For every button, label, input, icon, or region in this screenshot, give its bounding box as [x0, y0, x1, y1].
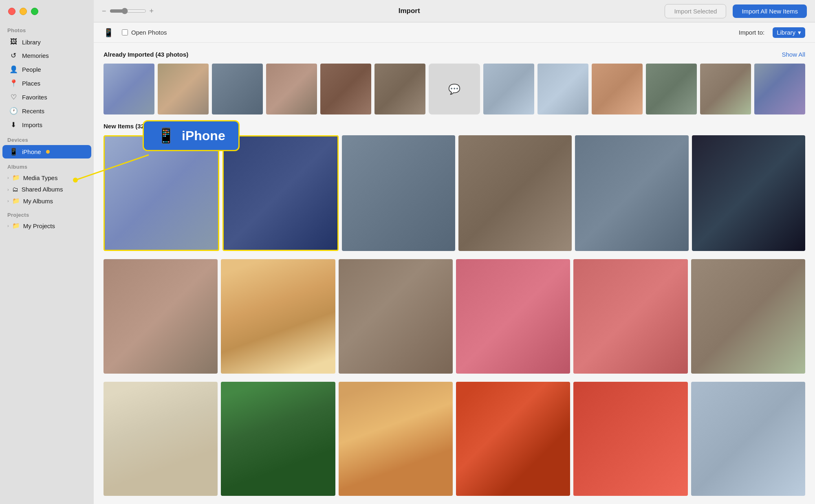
albums-section-label: Albums [0, 159, 94, 172]
main-content: − + Import Import Selected Import All Ne… [94, 0, 815, 504]
sidebar-label-my-projects: My Projects [23, 222, 55, 229]
sidebar-item-memories[interactable]: ↺ Memories [2, 49, 91, 62]
message-icon: 💬 [448, 84, 460, 95]
subtoolbar: 📱 Open Photos Import to: Library ▾ [94, 22, 815, 43]
sidebar-label-shared-albums: Shared Albums [22, 186, 63, 193]
favorites-icon: ♡ [9, 93, 18, 101]
show-all-link[interactable]: Show All [782, 51, 805, 58]
photo-scroll-area[interactable]: Already Imported (43 photos) Show All 💬 … [94, 43, 815, 504]
sidebar-label-people: People [22, 66, 41, 73]
close-button[interactable] [8, 8, 15, 15]
zoom-in-button[interactable]: + [150, 7, 154, 15]
iphone-icon: 📱 [9, 147, 18, 156]
sidebar-item-my-albums[interactable]: › 📁 My Albums [2, 195, 91, 207]
open-photos-label: Open Photos [131, 29, 167, 36]
new-photo-thumb[interactable] [458, 135, 572, 251]
sidebar-item-shared-albums[interactable]: › 🗂 Shared Albums [2, 184, 91, 195]
import-all-button[interactable]: Import All New Items [733, 4, 807, 18]
new-photo-thumb[interactable] [104, 259, 218, 373]
photo-thumb[interactable] [266, 64, 317, 114]
new-photo-thumb[interactable] [339, 259, 453, 373]
new-items-title: New Items (326 items) [104, 123, 167, 130]
sidebar-item-iphone[interactable]: 📱 iPhone [2, 145, 91, 158]
new-photo-thumb[interactable] [104, 382, 218, 496]
chevron-icon-4: › [7, 223, 9, 228]
new-items-header: New Items (326 items) [104, 123, 805, 130]
iphone-dot [46, 150, 50, 154]
photo-thumb[interactable] [646, 64, 697, 114]
my-projects-icon: 📁 [12, 222, 20, 229]
import-to-dropdown[interactable]: Library ▾ [773, 27, 805, 38]
zoom-slider[interactable] [110, 8, 146, 14]
already-imported-row: 💬 [104, 64, 805, 114]
chevron-icon: › [7, 175, 9, 180]
sidebar-label-library: Library [22, 39, 41, 46]
new-photo-thumb[interactable] [104, 135, 219, 251]
sidebar-label-iphone: iPhone [22, 148, 41, 155]
new-items-row-3 [104, 382, 805, 496]
sidebar-item-library[interactable]: 🖼 Library [2, 35, 91, 48]
import-to-label: Import to: [739, 29, 764, 36]
device-icon: 📱 [104, 28, 114, 37]
photo-thumb-placeholder[interactable]: 💬 [429, 64, 480, 114]
sidebar-label-media-types: Media Types [23, 174, 58, 181]
new-photo-thumb[interactable] [691, 382, 805, 496]
sidebar-label-favorites: Favorites [22, 94, 47, 101]
sidebar-item-recents[interactable]: 🕐 Recents [2, 104, 91, 118]
titlebar [0, 0, 94, 22]
sidebar-item-media-types[interactable]: › 📁 Media Types [2, 172, 91, 183]
sidebar-label-places: Places [22, 80, 40, 87]
minimize-button[interactable] [20, 8, 27, 15]
new-photo-thumb[interactable] [339, 382, 453, 496]
new-photo-thumb[interactable] [456, 259, 570, 373]
new-photo-thumb[interactable] [342, 135, 455, 251]
open-photos-control: Open Photos [122, 29, 167, 36]
photo-thumb[interactable] [320, 64, 371, 114]
zoom-controls: − + [102, 7, 154, 15]
new-photo-thumb[interactable] [691, 259, 805, 373]
new-photo-thumb[interactable] [221, 259, 335, 373]
sidebar-label-imports: Imports [22, 121, 42, 128]
imports-icon: ⬇ [9, 121, 18, 129]
already-imported-title: Already Imported (43 photos) [104, 51, 188, 58]
new-items-row-2 [104, 259, 805, 373]
photos-section-label: Photos [0, 22, 94, 35]
photo-thumb[interactable] [374, 64, 425, 114]
new-photo-thumb[interactable] [221, 382, 335, 496]
fullscreen-button[interactable] [31, 8, 38, 15]
people-icon: 👤 [9, 65, 18, 74]
new-photo-thumb[interactable] [573, 259, 687, 373]
sidebar-item-imports[interactable]: ⬇ Imports [2, 118, 91, 132]
photo-thumb[interactable] [700, 64, 751, 114]
sidebar-label-recents: Recents [22, 108, 44, 114]
topbar: − + Import Import Selected Import All Ne… [94, 0, 815, 22]
topbar-title: Import [160, 7, 658, 15]
photo-thumb[interactable] [104, 64, 154, 114]
photo-thumb[interactable] [483, 64, 534, 114]
new-photo-thumb[interactable] [692, 135, 805, 251]
photo-thumb[interactable] [537, 64, 588, 114]
photo-thumb[interactable] [212, 64, 263, 114]
media-types-icon: 📁 [12, 174, 20, 181]
places-icon: 📍 [9, 79, 18, 88]
recents-icon: 🕐 [9, 107, 18, 115]
import-selected-button[interactable]: Import Selected [665, 4, 726, 18]
new-photo-thumb[interactable] [456, 382, 570, 496]
photo-thumb[interactable] [592, 64, 643, 114]
zoom-out-button[interactable]: − [102, 7, 106, 15]
sidebar-item-favorites[interactable]: ♡ Favorites [2, 90, 91, 104]
chevron-icon-3: › [7, 198, 9, 203]
new-items-row-1 [104, 135, 805, 251]
new-photo-thumb[interactable] [575, 135, 688, 251]
chevron-icon-2: › [7, 187, 9, 192]
sidebar-item-my-projects[interactable]: › 📁 My Projects [2, 220, 91, 231]
new-photo-thumb[interactable] [573, 382, 687, 496]
open-photos-checkbox[interactable] [122, 29, 128, 35]
sidebar-item-places[interactable]: 📍 Places [2, 77, 91, 90]
sidebar-label-my-albums: My Albums [23, 198, 53, 205]
photo-thumb[interactable] [158, 64, 209, 114]
memories-icon: ↺ [9, 51, 18, 60]
sidebar-item-people[interactable]: 👤 People [2, 63, 91, 76]
photo-thumb[interactable] [754, 64, 805, 114]
new-photo-thumb[interactable] [222, 135, 338, 251]
